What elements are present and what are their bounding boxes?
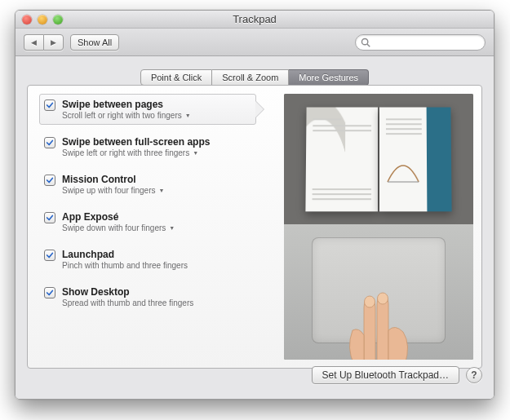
svg-line-1 xyxy=(367,43,370,46)
opt-title: App Exposé xyxy=(62,211,175,223)
checkbox[interactable] xyxy=(44,99,55,111)
search-wrap xyxy=(355,34,486,51)
window-controls xyxy=(22,15,63,24)
gestures-panel: Swipe between pages Scroll left or right… xyxy=(27,85,482,369)
chevron-right-icon: ▶ xyxy=(51,38,56,46)
opt-text: Show Desktop Spread with thumb and three… xyxy=(62,286,193,307)
opt-text: Swipe between full-screen apps Swipe lef… xyxy=(62,136,210,157)
nav-back-forward: ◀ ▶ xyxy=(24,34,64,51)
opt-sub[interactable]: Swipe up with four fingers▼ xyxy=(62,186,164,195)
check-icon xyxy=(46,251,54,259)
opt-title: Launchpad xyxy=(62,249,188,260)
search-icon xyxy=(360,37,371,48)
tab-point-click[interactable]: Point & Click xyxy=(140,69,212,86)
preview-page-right xyxy=(379,108,452,212)
chevron-left-icon: ◀ xyxy=(31,38,37,46)
preferences-window: Trackpad ◀ ▶ Show All Point & Click Scro… xyxy=(15,10,494,400)
opt-sub[interactable]: Swipe left or right with three fingers▼ xyxy=(62,148,210,157)
opt-title: Swipe between full-screen apps xyxy=(62,136,210,148)
tab-bar: Point & Click Scroll & Zoom More Gesture… xyxy=(27,69,482,86)
checkbox[interactable] xyxy=(44,250,55,261)
titlebar: Trackpad xyxy=(16,11,494,29)
opt-launchpad[interactable]: Launchpad Pinch with thumb and three fin… xyxy=(39,244,256,275)
opt-text: App Exposé Swipe down with four fingers▼ xyxy=(62,211,175,232)
opt-title: Swipe between pages xyxy=(62,99,191,110)
chevron-down-icon: ▼ xyxy=(193,150,198,156)
hand-icon xyxy=(330,291,428,360)
forward-button[interactable]: ▶ xyxy=(43,34,64,51)
opt-swipe-fullscreen[interactable]: Swipe between full-screen apps Swipe lef… xyxy=(39,131,256,162)
opt-sub: Spread with thumb and three fingers xyxy=(62,298,193,307)
opt-title: Show Desktop xyxy=(62,286,193,298)
preview-page-left xyxy=(305,108,378,212)
content-area: Point & Click Scroll & Zoom More Gesture… xyxy=(16,56,494,399)
preview-trackpad-area xyxy=(284,224,473,360)
tab-scroll-zoom[interactable]: Scroll & Zoom xyxy=(212,69,289,86)
search-input[interactable] xyxy=(355,34,486,51)
gesture-preview xyxy=(284,94,473,360)
svg-point-0 xyxy=(361,38,367,44)
svg-point-3 xyxy=(365,296,375,307)
minimize-icon[interactable] xyxy=(38,15,47,24)
opt-swipe-pages[interactable]: Swipe between pages Scroll left or right… xyxy=(39,94,256,125)
zoom-icon[interactable] xyxy=(53,15,63,24)
chevron-down-icon: ▼ xyxy=(159,188,165,193)
toolbar: ◀ ▶ Show All xyxy=(16,29,494,56)
show-all-button[interactable]: Show All xyxy=(70,34,119,51)
bluetooth-trackpad-button[interactable]: Set Up Bluetooth Trackpad… xyxy=(312,366,459,384)
preview-pages xyxy=(305,108,451,212)
preview-screen xyxy=(284,94,473,224)
check-icon xyxy=(46,101,54,109)
checkbox[interactable] xyxy=(44,137,55,148)
check-icon xyxy=(46,289,54,297)
help-button[interactable]: ? xyxy=(466,367,482,383)
opt-text: Launchpad Pinch with thumb and three fin… xyxy=(62,249,188,270)
opt-text: Swipe between pages Scroll left or right… xyxy=(62,99,191,120)
check-icon xyxy=(46,176,54,184)
check-icon xyxy=(46,214,54,222)
chevron-down-icon: ▼ xyxy=(185,113,191,118)
diagram-icon xyxy=(384,154,422,187)
opt-app-expose[interactable]: App Exposé Swipe down with four fingers▼ xyxy=(39,206,256,237)
checkbox[interactable] xyxy=(44,175,55,186)
gesture-list: Swipe between pages Scroll left or right… xyxy=(28,86,264,368)
footer: Set Up Bluetooth Trackpad… ? xyxy=(312,366,482,384)
svg-point-4 xyxy=(378,293,388,304)
checkbox[interactable] xyxy=(44,212,55,223)
close-icon[interactable] xyxy=(22,15,32,24)
opt-sub: Pinch with thumb and three fingers xyxy=(62,261,188,270)
opt-text: Mission Control Swipe up with four finge… xyxy=(62,174,164,195)
back-button[interactable]: ◀ xyxy=(24,34,43,51)
opt-sub[interactable]: Swipe down with four fingers▼ xyxy=(62,223,175,232)
opt-mission-control[interactable]: Mission Control Swipe up with four finge… xyxy=(39,169,256,200)
check-icon xyxy=(46,139,54,147)
tab-more-gestures[interactable]: More Gestures xyxy=(289,69,369,86)
opt-title: Mission Control xyxy=(62,174,164,185)
window-title: Trackpad xyxy=(16,13,494,25)
checkbox[interactable] xyxy=(44,287,55,298)
opt-show-desktop[interactable]: Show Desktop Spread with thumb and three… xyxy=(39,281,256,312)
opt-sub[interactable]: Scroll left or right with two fingers▼ xyxy=(62,111,191,120)
chevron-down-icon: ▼ xyxy=(169,225,175,231)
